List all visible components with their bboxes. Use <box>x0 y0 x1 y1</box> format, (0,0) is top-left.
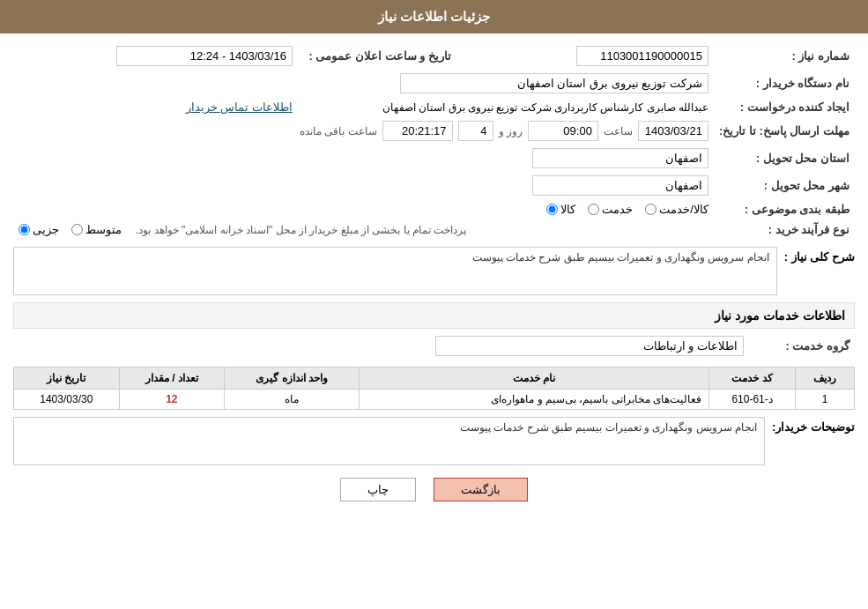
radio-motevasset-input[interactable] <box>71 224 83 235</box>
date-value: 1403/03/16 - 12:24 <box>13 42 298 70</box>
services-header: اطلاعات خدمات مورد نیاز <box>13 302 855 329</box>
row-groh: گروه خدمت : اطلاعات و ارتباطات <box>13 332 855 360</box>
noe-farayand-value: پرداخت تمام یا بخشی از مبلغ خریدار از مح… <box>13 219 714 240</box>
radio-khedmat-input[interactable] <box>588 204 599 215</box>
farayand-notice: پرداخت تمام یا بخشی از مبلغ خریدار از مح… <box>136 224 466 236</box>
groh-table: گروه خدمت : اطلاعات و ارتباطات <box>13 332 855 360</box>
ostan-field: اصفهان <box>532 148 708 168</box>
radio-jozvi[interactable]: جزیی <box>19 223 59 236</box>
rooz-label: روز و <box>499 125 523 137</box>
contact-link-cell[interactable]: اطلاعات تماس خریدار <box>13 97 298 117</box>
date-field: 1403/03/16 - 12:24 <box>116 46 293 66</box>
back-button[interactable]: بازگشت <box>434 478 528 501</box>
th-nam: نام خدمت <box>360 368 709 390</box>
tosih-section: توضیحات خریدار: انجام سرویس ونگهداری و ت… <box>13 417 855 465</box>
nam-dastgah-field: شرکت توزیع نیروی برق استان اصفهان <box>400 73 708 93</box>
ijad-konande-value: عبدالله صابری کارشناس کاربرداری شرکت توز… <box>298 97 714 117</box>
radio-kala-khedmat-input[interactable] <box>645 204 657 215</box>
tosih-container: انجام سرویس ونگهداری و تعمیرات بیسیم طبق… <box>13 417 765 465</box>
page-title: جزئیات اطلاعات نیاز <box>378 9 490 24</box>
groh-value: اطلاعات و ارتباطات <box>13 332 749 360</box>
tosih-value: انجام سرویس ونگهداری و تعمیرات بیسیم طبق… <box>13 417 765 465</box>
th-vahed: واحد اندازه گیری <box>225 368 360 390</box>
row-ijad-konande: ایجاد کننده درخواست : عبدالله صابری کارش… <box>13 97 855 117</box>
services-tbody: 1 د-61-610 فعالیت‌های مخابراتی باسیم، بی… <box>14 390 855 410</box>
print-button[interactable]: چاپ <box>340 478 416 501</box>
groh-field: اطلاعات و ارتباطات <box>435 336 744 356</box>
row-noe-farayand: نوع فرآیند خرید : پرداخت تمام یا بخشی از… <box>13 219 855 240</box>
services-table: ردیف کد خدمت نام خدمت واحد اندازه گیری ت… <box>13 367 855 410</box>
groh-label: گروه خدمت : <box>749 332 855 360</box>
shomare-niaz-label: شماره نیاز : <box>714 42 855 70</box>
radio-kala[interactable]: کالا <box>546 203 575 216</box>
shahr-value: اصفهان <box>13 172 714 199</box>
page-header: جزئیات اطلاعات نیاز <box>0 0 868 33</box>
cell-tarikh: 1403/03/30 <box>14 390 120 410</box>
radio-kala-khedmat[interactable]: کالا/خدمت <box>645 203 708 216</box>
th-tedad: تعداد / مقدار <box>119 368 225 390</box>
shomare-niaz-field: 1103001190000015 <box>576 46 708 66</box>
row-nam-dastgah: نام دستگاه خریدار : شرکت توزیع نیروی برق… <box>13 70 855 97</box>
tabaghe-label: طبقه بندی موضوعی : <box>714 199 855 219</box>
radio-motevasset[interactable]: متوسط <box>71 223 122 236</box>
cell-tedad: 12 <box>119 390 225 410</box>
radio-khedmat-label: خدمت <box>602 203 633 216</box>
cell-radif: 1 <box>796 390 855 410</box>
radio-jozvi-label: جزیی <box>33 223 59 236</box>
row-shahr: شهر محل تحویل : اصفهان <box>13 172 855 199</box>
row-shomare-date: شماره نیاز : 1103001190000015 تاریخ و سا… <box>13 42 855 70</box>
mohlat-label: مهلت ارسال پاسخ: تا تاریخ: <box>714 117 855 145</box>
radio-kala-khedmat-label: کالا/خدمت <box>659 203 708 216</box>
radio-kala-label: کالا <box>560 203 575 216</box>
tabaghe-value: کالا/خدمت خدمت کالا <box>13 199 714 219</box>
ostan-value: اصفهان <box>13 145 714 172</box>
main-content: شماره نیاز : 1103001190000015 تاریخ و سا… <box>0 33 868 519</box>
page-wrapper: جزئیات اطلاعات نیاز شماره نیاز : 1103001… <box>0 0 868 609</box>
shahr-field: اصفهان <box>532 175 708 196</box>
th-radif: ردیف <box>796 368 855 390</box>
th-kod: کد خدمت <box>708 368 795 390</box>
baghimandeh-field: 20:21:17 <box>382 121 453 141</box>
noe-farayand-label: نوع فرآیند خرید : <box>714 219 855 240</box>
radio-khedmat[interactable]: خدمت <box>588 203 633 216</box>
shomare-niaz-value: 1103001190000015 <box>483 42 714 70</box>
saat-field: 09:00 <box>528 121 598 141</box>
radio-jozvi-input[interactable] <box>19 224 30 235</box>
shahr-label: شهر محل تحویل : <box>714 172 855 199</box>
row-tabaghe: طبقه بندی موضوعی : کالا/خدمت خدمت کالا <box>13 199 855 219</box>
sharh-label: شرح کلی نیاز : <box>784 247 855 264</box>
nam-dastgah-label: نام دستگاه خریدار : <box>714 70 855 97</box>
info-table: شماره نیاز : 1103001190000015 تاریخ و سا… <box>13 42 855 240</box>
sharh-value: انجام سرویس ونگهداری و تعمیرات بیسیم طبق… <box>13 247 777 295</box>
sharh-section: شرح کلی نیاز : انجام سرویس ونگهداری و تع… <box>13 247 855 295</box>
date2-field: 1403/03/21 <box>638 121 708 141</box>
radio-kala-input[interactable] <box>546 204 558 215</box>
contact-link[interactable]: اطلاعات تماس خریدار <box>186 100 293 114</box>
baghimandeh-label: ساعت باقی مانده <box>300 125 377 137</box>
saat-label: ساعت <box>604 125 633 137</box>
button-row: بازگشت چاپ <box>13 478 855 501</box>
th-tarikh: تاریخ نیاز <box>14 368 120 390</box>
cell-kod: د-61-610 <box>708 390 795 410</box>
services-thead: ردیف کد خدمت نام خدمت واحد اندازه گیری ت… <box>14 368 855 390</box>
date-label: تاریخ و ساعت اعلان عمومی : <box>298 42 456 70</box>
cell-vahed: ماه <box>225 390 360 410</box>
nam-dastgah-value: شرکت توزیع نیروی برق استان اصفهان <box>13 70 714 97</box>
ijad-konande-field: عبدالله صابری کارشناس کاربرداری شرکت توز… <box>382 101 708 114</box>
row-mohlat: مهلت ارسال پاسخ: تا تاریخ: 1403/03/21 سا… <box>13 117 855 145</box>
cell-nam: فعالیت‌های مخابراتی باسیم، بی‌سیم و ماهو… <box>360 390 709 410</box>
ostan-label: استان محل تحویل : <box>714 145 855 172</box>
sharh-container: انجام سرویس ونگهداری و تعمیرات بیسیم طبق… <box>13 247 777 295</box>
rooz-field: 4 <box>458 121 493 141</box>
row-ostan: استان محل تحویل : اصفهان <box>13 145 855 172</box>
radio-motevasset-label: متوسط <box>85 223 122 236</box>
ijad-konande-label: ایجاد کننده درخواست : <box>714 97 855 117</box>
services-header-row: ردیف کد خدمت نام خدمت واحد اندازه گیری ت… <box>14 368 855 390</box>
mohlat-value: 1403/03/21 ساعت 09:00 روز و 4 20:21:17 س… <box>13 117 714 145</box>
table-row: 1 د-61-610 فعالیت‌های مخابراتی باسیم، بی… <box>14 390 855 410</box>
tosih-label: توضیحات خریدار: <box>772 417 855 434</box>
